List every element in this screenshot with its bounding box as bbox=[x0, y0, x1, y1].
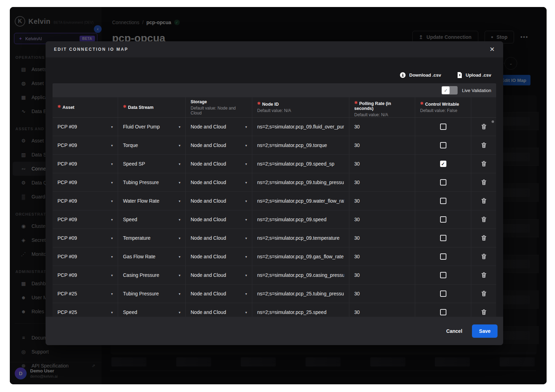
control-writable-checkbox[interactable] bbox=[440, 290, 446, 297]
node-id-input[interactable]: ns=2;s=simulator.pcp_09.temperature bbox=[252, 229, 349, 247]
data-stream-select[interactable]: Speed▾ bbox=[118, 210, 186, 229]
data-stream-select[interactable]: Speed SP▾ bbox=[118, 155, 186, 173]
delete-row-button[interactable] bbox=[471, 210, 496, 229]
table-row: PCP #09▾ Fluid Over Pump▾ Node and Cloud… bbox=[53, 118, 496, 136]
control-writable-checkbox[interactable] bbox=[440, 124, 446, 130]
cancel-button[interactable]: Cancel bbox=[446, 328, 462, 334]
live-validation-label: Live Validation bbox=[462, 88, 491, 93]
control-writable-checkbox[interactable] bbox=[440, 142, 446, 148]
polling-rate-input[interactable]: 30 bbox=[349, 285, 415, 303]
delete-row-button[interactable] bbox=[471, 285, 496, 303]
delete-row-button[interactable] bbox=[471, 303, 496, 317]
storage-select[interactable]: Node and Cloud▾ bbox=[186, 303, 252, 317]
polling-rate-input[interactable]: 30 bbox=[349, 173, 415, 191]
polling-rate-input[interactable]: 30 bbox=[349, 192, 415, 210]
modal-title: EDIT CONNECTION IO MAP bbox=[54, 47, 128, 52]
storage-select[interactable]: Node and Cloud▾ bbox=[186, 155, 252, 173]
chevron-down-icon: ▾ bbox=[245, 162, 247, 166]
data-stream-select[interactable]: Casing Pressure▾ bbox=[118, 266, 186, 284]
close-icon[interactable]: ✕ bbox=[489, 46, 495, 52]
asset-select[interactable]: PCP #09▾ bbox=[53, 210, 118, 229]
asset-select[interactable]: PCP #09▾ bbox=[53, 155, 118, 173]
control-writable-checkbox[interactable] bbox=[440, 272, 446, 278]
polling-rate-input[interactable]: 30 bbox=[349, 118, 415, 136]
node-id-input[interactable]: ns=2;s=simulator.pcp_09.casing_pressure bbox=[252, 266, 349, 284]
live-validation-toggle[interactable]: ✓ bbox=[441, 86, 458, 94]
storage-select[interactable]: Node and Cloud▾ bbox=[186, 118, 252, 136]
column-header-actions bbox=[471, 97, 496, 117]
delete-row-button[interactable] bbox=[471, 173, 496, 191]
chevron-down-icon: ▾ bbox=[111, 310, 113, 314]
storage-select[interactable]: Node and Cloud▾ bbox=[186, 192, 252, 210]
data-stream-select[interactable]: Fluid Over Pump▾ bbox=[118, 118, 186, 136]
data-stream-select[interactable]: Temperature▾ bbox=[118, 229, 186, 247]
node-id-input[interactable]: ns=2;s=simulator.pcp_09.speed_sp bbox=[252, 155, 349, 173]
control-writable-checkbox[interactable] bbox=[440, 235, 446, 241]
asset-select[interactable]: PCP #09▾ bbox=[53, 229, 118, 247]
control-writable-checkbox[interactable] bbox=[440, 309, 446, 315]
polling-rate-input[interactable]: 30 bbox=[349, 303, 415, 317]
control-writable-checkbox[interactable] bbox=[440, 198, 446, 204]
chevron-down-icon: ▾ bbox=[179, 236, 180, 240]
control-writable-checkbox[interactable] bbox=[440, 179, 446, 186]
table-row: PCP #09▾ Temperature▾ Node and Cloud▾ ns… bbox=[53, 229, 496, 247]
data-stream-select[interactable]: Water Flow Rate▾ bbox=[118, 192, 186, 210]
polling-rate-input[interactable]: 30 bbox=[349, 247, 415, 266]
data-stream-select[interactable]: Torque▾ bbox=[118, 136, 186, 154]
chevron-down-icon: ▾ bbox=[111, 144, 113, 147]
storage-select[interactable]: Node and Cloud▾ bbox=[186, 210, 252, 229]
required-asterisk: ✱ bbox=[257, 101, 260, 105]
node-id-input[interactable]: ns=2;s=simulator.pcp_09.speed bbox=[252, 210, 349, 229]
asset-select[interactable]: PCP #09▾ bbox=[53, 136, 118, 154]
storage-select[interactable]: Node and Cloud▾ bbox=[186, 247, 252, 266]
node-id-input[interactable]: ns=2;s=simulator.pcp_25.tubing_pressure bbox=[252, 285, 349, 303]
save-button[interactable]: Save bbox=[472, 324, 498, 338]
node-id-input[interactable]: ns=2;s=simulator.pcp_25.speed bbox=[252, 303, 349, 317]
chevron-down-icon: ▾ bbox=[179, 218, 180, 222]
download-csv-button[interactable]: Download .csv bbox=[400, 72, 441, 78]
asset-select[interactable]: PCP #09▾ bbox=[53, 266, 118, 284]
chevron-down-icon: ▾ bbox=[179, 310, 180, 314]
storage-select[interactable]: Node and Cloud▾ bbox=[186, 285, 252, 303]
node-id-input[interactable]: ns=2;s=simulator.pcp_09.torque bbox=[252, 136, 349, 154]
trash-icon bbox=[481, 198, 486, 204]
column-header-data-stream: ✱Data Stream bbox=[118, 97, 186, 117]
control-writable-checkbox[interactable]: ✓ bbox=[440, 161, 446, 167]
trash-icon bbox=[481, 291, 486, 296]
control-writable-checkbox[interactable] bbox=[440, 253, 446, 260]
polling-rate-input[interactable]: 30 bbox=[349, 155, 415, 173]
asset-select[interactable]: PCP #09▾ bbox=[53, 247, 118, 266]
data-stream-select[interactable]: Gas Flow Rate▾ bbox=[118, 247, 186, 266]
delete-row-button[interactable] bbox=[471, 192, 496, 210]
polling-rate-input[interactable]: 30 bbox=[349, 266, 415, 284]
data-stream-select[interactable]: Tubing Pressure▾ bbox=[118, 285, 186, 303]
delete-row-button[interactable] bbox=[471, 247, 496, 266]
polling-rate-input[interactable]: 30 bbox=[349, 136, 415, 154]
asset-select[interactable]: PCP #09▾ bbox=[53, 118, 118, 136]
storage-select[interactable]: Node and Cloud▾ bbox=[186, 136, 252, 154]
polling-rate-input[interactable]: 30 bbox=[349, 229, 415, 247]
delete-row-button[interactable] bbox=[471, 229, 496, 247]
upload-file-icon bbox=[457, 72, 462, 78]
delete-row-button[interactable] bbox=[471, 266, 496, 284]
control-writable-checkbox[interactable] bbox=[440, 216, 446, 223]
node-id-input[interactable]: ns=2;s=simulator.pcp_09.fluid_over_pump bbox=[252, 118, 349, 136]
node-id-input[interactable]: ns=2;s=simulator.pcp_09.water_flow_rate bbox=[252, 192, 349, 210]
data-stream-select[interactable]: Tubing Pressure▾ bbox=[118, 173, 186, 191]
storage-select[interactable]: Node and Cloud▾ bbox=[186, 266, 252, 284]
scrollbar-thumb[interactable] bbox=[492, 120, 494, 123]
upload-csv-button[interactable]: Upload .csv bbox=[457, 72, 491, 78]
delete-row-button[interactable] bbox=[471, 136, 496, 154]
chevron-down-icon: ▾ bbox=[179, 125, 180, 129]
node-id-input[interactable]: ns=2;s=simulator.pcp_09.gas_flow_rate bbox=[252, 247, 349, 266]
polling-rate-input[interactable]: 30 bbox=[349, 210, 415, 229]
asset-select[interactable]: PCP #09▾ bbox=[53, 173, 118, 191]
storage-select[interactable]: Node and Cloud▾ bbox=[186, 229, 252, 247]
asset-select[interactable]: PCP #09▾ bbox=[53, 192, 118, 210]
asset-select[interactable]: PCP #25▾ bbox=[53, 285, 118, 303]
storage-select[interactable]: Node and Cloud▾ bbox=[186, 173, 252, 191]
asset-select[interactable]: PCP #25▾ bbox=[53, 303, 118, 317]
node-id-input[interactable]: ns=2;s=simulator.pcp_09.tubing_pressure bbox=[252, 173, 349, 191]
data-stream-select[interactable]: Speed▾ bbox=[118, 303, 186, 317]
delete-row-button[interactable] bbox=[471, 155, 496, 173]
